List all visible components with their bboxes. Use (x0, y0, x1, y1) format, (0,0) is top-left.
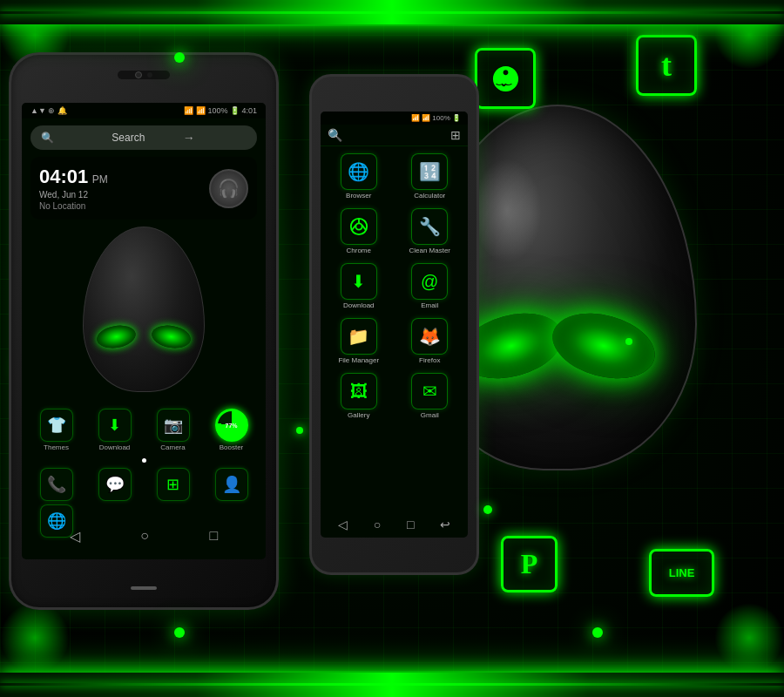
app-download[interactable]: ⬇ Download (87, 409, 142, 451)
energy-spark-4 (592, 627, 603, 638)
drawer-cleanmaster[interactable]: 🔧 Clean Master (395, 205, 465, 258)
status-bar-right: 📶 📶 100% 🔋 (321, 112, 468, 125)
drawer-download[interactable]: ⬇ Download (324, 260, 394, 313)
gallery-drawer-icon: 🖼 (341, 373, 377, 409)
alien-face-small-left (78, 227, 209, 401)
chrome-drawer-label: Chrome (347, 247, 371, 254)
neon-cube-snapchat (475, 48, 536, 109)
headphone-icon: 🎧 (209, 169, 248, 208)
drawer-chrome[interactable]: Chrome (324, 205, 394, 258)
time-display: 04:01 (39, 166, 88, 187)
menu-button-right[interactable]: ↩ (440, 518, 450, 531)
app-grid-icon[interactable]: ⊞ (145, 468, 200, 501)
firefox-drawer-label: Firefox (419, 356, 440, 364)
gmail-drawer-label: Gmail (421, 411, 439, 419)
home-button[interactable]: ○ (140, 528, 149, 545)
phone-left: ▲▼ ⊕ 🔔 📶 📶 100% 🔋 4:01 🔍 Search → 04:01 … (9, 52, 279, 610)
search-icon-right[interactable]: 🔍 (328, 128, 342, 142)
firefox-drawer-icon: 🦊 (411, 318, 448, 355)
neon-cube-tumblr: t (636, 35, 697, 96)
phone-icon-box: 📞 (40, 468, 73, 501)
camera-icon-box: 📷 (157, 409, 190, 442)
drawer-browser[interactable]: 🌐 Browser (324, 150, 394, 203)
drawer-calculator[interactable]: 🔢 Calculator (395, 150, 465, 203)
gmail-drawer-icon: ✉ (411, 373, 448, 409)
grid-toggle-icon[interactable]: ⊞ (450, 128, 461, 142)
app-messages[interactable]: 💬 (87, 468, 142, 501)
search-arrow: → (183, 131, 247, 145)
signal-icons: 📶 📶 100% 🔋 (411, 114, 461, 122)
download-icon-box: ⬇ (98, 409, 132, 442)
home-button-right[interactable]: ○ (374, 518, 381, 531)
time-period: PM (92, 173, 108, 186)
app-booster[interactable]: 77% Booster (204, 409, 259, 451)
themes-label: Themes (44, 443, 69, 451)
browser-drawer-label: Browser (346, 192, 371, 200)
drawer-gmail[interactable]: ✉ Gmail (395, 369, 465, 423)
neon-line-top (0, 24, 784, 26)
search-icon: 🔍 (41, 132, 105, 144)
cleanmaster-drawer-icon: 🔧 (411, 208, 448, 245)
app-grid-left: 👕 Themes ⬇ Download 📷 Camera 77% Booster (22, 405, 266, 455)
app-phone[interactable]: 📞 (29, 468, 84, 501)
energy-spark-3 (174, 627, 185, 638)
status-left-icons: ▲▼ ⊕ 🔔 (30, 106, 67, 115)
download-drawer-icon: ⬇ (341, 263, 377, 300)
recents-button-right[interactable]: □ (407, 518, 414, 531)
contacts-icon-box: 👤 (215, 468, 248, 501)
drawer-gallery[interactable]: 🖼 Gallery (324, 369, 394, 423)
filemanager-drawer-icon: 📁 (341, 318, 377, 355)
download-drawer-label: Download (343, 301, 375, 309)
neon-cube-pinterest: P (501, 536, 558, 592)
bottom-nav-right: ◁ ○ □ ↩ (321, 515, 468, 534)
neon-bar-bottom (0, 673, 784, 697)
filemanager-drawer-label: File Manager (338, 356, 379, 364)
recents-button[interactable]: □ (210, 528, 219, 545)
phone-screen-left: ▲▼ ⊕ 🔔 📶 📶 100% 🔋 4:01 🔍 Search → 04:01 … (22, 103, 266, 559)
status-bar-left: ▲▼ ⊕ 🔔 📶 📶 100% 🔋 4:01 (22, 103, 266, 118)
calculator-drawer-icon: 🔢 (411, 153, 448, 190)
back-button-right[interactable]: ◁ (338, 518, 348, 531)
booster-label: Booster (220, 443, 244, 451)
neon-cube-line: LINE (649, 549, 714, 597)
bottom-nav-left: ◁ ○ □ (22, 524, 266, 549)
phone-right: 📶 📶 100% 🔋 🔍 ⊞ 🌐 Browser 🔢 Calculator (309, 74, 479, 575)
corner-glow-br (714, 603, 784, 673)
drawer-filemanager[interactable]: 📁 File Manager (324, 315, 394, 368)
drawer-email[interactable]: @ Email (395, 260, 465, 313)
download-label: Download (99, 443, 131, 451)
home-indicator (131, 586, 157, 590)
app-themes[interactable]: 👕 Themes (29, 409, 84, 451)
app-drawer-grid: 🌐 Browser 🔢 Calculator (321, 146, 468, 426)
browser-drawer-icon: 🌐 (341, 153, 377, 190)
sparkle-4 (296, 427, 303, 434)
svg-point-1 (355, 223, 362, 229)
corner-glow-bl (0, 603, 70, 673)
drawer-firefox[interactable]: 🦊 Firefox (395, 315, 465, 368)
email-drawer-icon: @ (411, 263, 448, 300)
app-camera[interactable]: 📷 Camera (145, 409, 200, 451)
energy-spark-1 (174, 52, 185, 63)
gallery-drawer-label: Gallery (348, 411, 369, 419)
cleanmaster-drawer-label: Clean Master (409, 247, 450, 254)
dot-1 (142, 458, 146, 463)
phone-frame-left: ▲▼ ⊕ 🔔 📶 📶 100% 🔋 4:01 🔍 Search → 04:01 … (9, 52, 279, 610)
location-display: No Location (39, 201, 108, 211)
search-text: Search (112, 132, 175, 144)
booster-icon-box: 77% (215, 409, 248, 442)
status-right-icons: 📶 📶 100% 🔋 4:01 (184, 106, 257, 115)
time-widget: 04:01 PM Wed, Jun 12 No Location 🎧 (30, 157, 257, 220)
calculator-drawer-label: Calculator (414, 192, 445, 200)
top-bar-right: 🔍 ⊞ (321, 125, 468, 146)
date-display: Wed, Jun 12 (39, 190, 108, 200)
back-button[interactable]: ◁ (70, 528, 80, 545)
neon-bar-top (0, 0, 784, 24)
themes-icon-box: 👕 (40, 409, 73, 442)
app-contacts[interactable]: 👤 (204, 468, 259, 501)
page-dots (22, 458, 266, 463)
search-bar[interactable]: 🔍 Search → (30, 125, 257, 150)
email-drawer-label: Email (421, 301, 438, 309)
phone-frame-right: 📶 📶 100% 🔋 🔍 ⊞ 🌐 Browser 🔢 Calculator (309, 74, 479, 575)
sparkle-2 (625, 338, 632, 345)
chrome-drawer-icon (341, 208, 377, 245)
